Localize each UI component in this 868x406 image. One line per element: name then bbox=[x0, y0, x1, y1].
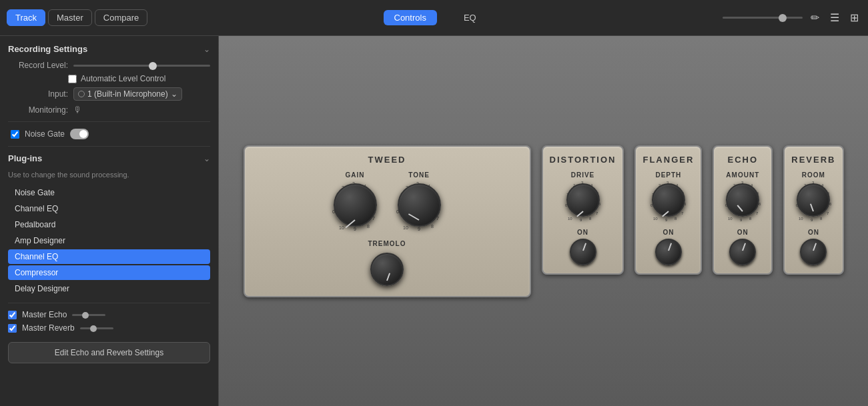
master-echo-label: Master Echo bbox=[22, 310, 67, 319]
tremolo-section: TREMOLO bbox=[368, 240, 406, 288]
echo-on-knob[interactable] bbox=[729, 239, 756, 265]
gain-scale: 0 1 2 3 4 5 6 7 8 9 10 bbox=[328, 179, 382, 232]
depth-label: DEPTH bbox=[655, 171, 681, 179]
noise-gate-row: Noise Gate bbox=[8, 129, 210, 139]
amount-knob-container: 0 1 2 3 4 5 6 7 8 9 10 bbox=[721, 179, 765, 222]
depth-indicator bbox=[662, 211, 669, 217]
reverb-title: REVERB bbox=[791, 155, 835, 165]
svg-text:8: 8 bbox=[431, 224, 434, 229]
plugin-pedalboard[interactable]: Pedalboard bbox=[8, 217, 210, 232]
master-reverb-row: Master Reverb bbox=[8, 323, 210, 333]
master-reverb-checkbox[interactable] bbox=[8, 324, 17, 333]
echo-on-label: ON bbox=[737, 229, 749, 236]
auto-level-checkbox[interactable] bbox=[68, 75, 77, 83]
master-echo-row: Master Echo bbox=[8, 310, 210, 319]
grid-icon-btn[interactable]: ⊞ bbox=[847, 9, 861, 27]
tone-indicator bbox=[408, 213, 420, 221]
plugins-description: Use to change the sound processing. bbox=[8, 170, 210, 180]
echo-section: ECHO AMOUNT 0 1 2 3 4 5 6 7 8 9 10 bbox=[713, 145, 773, 275]
zoom-slider[interactable] bbox=[723, 17, 803, 19]
tweed-title: TWEED bbox=[368, 155, 406, 165]
amount-label: AMOUNT bbox=[726, 171, 759, 179]
track-tab[interactable]: Track bbox=[7, 9, 45, 26]
depth-knob[interactable] bbox=[652, 183, 685, 217]
noise-gate-toggle[interactable] bbox=[70, 129, 89, 139]
reverb-on-label: ON bbox=[808, 229, 819, 236]
plugin-channel-eq-2[interactable]: Channel EQ bbox=[8, 249, 210, 264]
list-icon-btn[interactable]: ☰ bbox=[827, 9, 842, 27]
master-reverb-label: Master Reverb bbox=[22, 323, 75, 333]
flanger-on-label: ON bbox=[663, 229, 674, 236]
svg-text:8: 8 bbox=[820, 217, 823, 221]
tone-knob[interactable] bbox=[398, 183, 441, 227]
auto-level-label: Automatic Level Control bbox=[81, 74, 165, 83]
edit-echo-reverb-button[interactable]: Edit Echo and Reverb Settings bbox=[8, 342, 210, 363]
tweed-knobs-row: GAIN 0 1 2 3 4 5 6 7 bbox=[328, 171, 446, 232]
recording-settings-header: Recording Settings ⌄ bbox=[8, 44, 210, 54]
tremolo-knob-container bbox=[369, 251, 406, 288]
controls-tab[interactable]: Controls bbox=[384, 10, 437, 25]
record-level-label: Record Level: bbox=[8, 61, 68, 70]
amount-indicator bbox=[737, 205, 743, 211]
svg-text:10: 10 bbox=[403, 225, 408, 230]
tremolo-knob[interactable] bbox=[370, 253, 404, 286]
svg-text:9: 9 bbox=[811, 218, 813, 222]
svg-text:9: 9 bbox=[740, 218, 743, 222]
svg-text:9: 9 bbox=[354, 227, 356, 231]
master-echo-checkbox[interactable] bbox=[8, 311, 17, 319]
distortion-section: DISTORTION DRIVE 0 1 2 3 4 5 6 7 8 9 10 bbox=[542, 145, 624, 275]
drive-knob-container: 0 1 2 3 4 5 6 7 8 9 10 bbox=[561, 179, 604, 222]
input-circle bbox=[78, 91, 85, 97]
plugin-channel-eq-1[interactable]: Channel EQ bbox=[8, 201, 210, 216]
svg-text:7: 7 bbox=[681, 211, 684, 215]
plugins-header: Plug-ins ⌄ bbox=[8, 153, 210, 163]
flanger-section: FLANGER DEPTH 0 1 2 3 4 5 6 7 8 9 10 bbox=[634, 145, 702, 275]
master-reverb-slider[interactable] bbox=[80, 327, 113, 329]
room-indicator bbox=[810, 203, 814, 211]
master-tab[interactable]: Master bbox=[48, 9, 92, 26]
plugin-amp-designer[interactable]: Amp Designer bbox=[8, 233, 210, 248]
svg-text:10: 10 bbox=[339, 225, 344, 230]
distortion-on-knob[interactable] bbox=[570, 239, 596, 265]
room-knob-container: 0 1 2 3 4 5 6 7 8 9 10 bbox=[792, 179, 835, 222]
input-select[interactable]: 1 (Built-in Microphone) ⌄ bbox=[73, 87, 182, 101]
pencil-icon-btn[interactable]: ✏ bbox=[808, 9, 822, 27]
plugin-delay-designer[interactable]: Delay Designer bbox=[8, 281, 210, 296]
svg-text:8: 8 bbox=[367, 224, 370, 229]
compare-tab[interactable]: Compare bbox=[95, 9, 147, 26]
divider-2 bbox=[8, 146, 210, 147]
record-level-thumb[interactable] bbox=[149, 62, 157, 70]
gain-knob[interactable] bbox=[334, 183, 377, 227]
amp-panel: TWEED GAIN 0 1 2 3 4 bbox=[219, 36, 868, 406]
echo-title: ECHO bbox=[728, 155, 759, 165]
plugin-noise-gate[interactable]: Noise Gate bbox=[8, 185, 210, 200]
drive-knob[interactable] bbox=[566, 183, 600, 217]
top-center: Controls EQ bbox=[150, 10, 720, 25]
noise-gate-label: Noise Gate bbox=[25, 129, 65, 139]
svg-text:7: 7 bbox=[756, 211, 759, 215]
amount-knob[interactable] bbox=[726, 183, 759, 217]
master-echo-slider[interactable] bbox=[72, 314, 105, 316]
eq-tab[interactable]: EQ bbox=[453, 10, 487, 25]
monitoring-row: Monitoring: 🎙 bbox=[8, 105, 210, 115]
top-bar: Track Master Compare Controls EQ ✏ ☰ ⊞ bbox=[0, 0, 868, 36]
svg-text:10: 10 bbox=[653, 217, 658, 221]
mic-icon: 🎙 bbox=[73, 105, 82, 115]
plugin-compressor[interactable]: Compressor bbox=[8, 265, 210, 280]
svg-text:9: 9 bbox=[580, 218, 582, 222]
record-level-row: Record Level: bbox=[8, 61, 210, 70]
record-level-slider[interactable] bbox=[73, 65, 210, 67]
gain-knob-wrapper: GAIN 0 1 2 3 4 5 6 7 bbox=[328, 171, 382, 232]
reverb-on-knob[interactable] bbox=[800, 239, 827, 265]
top-right: ✏ ☰ ⊞ bbox=[723, 9, 861, 27]
drive-indicator bbox=[576, 211, 583, 217]
flanger-on-knob[interactable] bbox=[655, 239, 682, 265]
svg-text:7: 7 bbox=[596, 211, 598, 215]
svg-text:7: 7 bbox=[827, 211, 829, 215]
svg-text:9: 9 bbox=[665, 218, 668, 222]
svg-text:9: 9 bbox=[418, 227, 420, 231]
distortion-on-label: ON bbox=[577, 229, 588, 236]
auto-level-row: Automatic Level Control bbox=[8, 74, 210, 83]
noise-gate-checkbox[interactable] bbox=[11, 130, 19, 139]
svg-text:8: 8 bbox=[675, 217, 677, 221]
